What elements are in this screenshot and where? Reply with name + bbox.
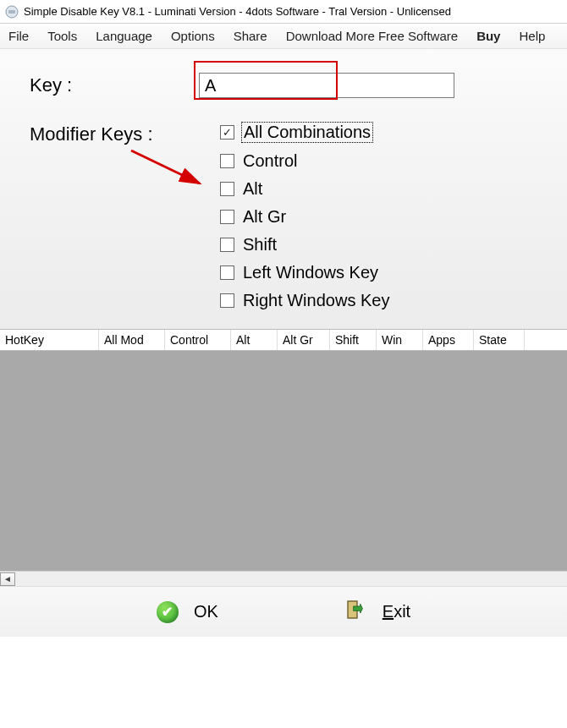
key-input[interactable] — [199, 73, 454, 98]
menu-item-share[interactable]: Share — [234, 29, 267, 43]
menu-item-help[interactable]: Help — [519, 29, 545, 43]
modifier-check-alt-gr[interactable]: Alt Gr — [220, 207, 391, 227]
checkbox-label: Alt — [241, 179, 264, 199]
checkbox-icon[interactable] — [220, 182, 234, 196]
key-label: Key : — [30, 74, 199, 96]
menu-item-download-more-free-software[interactable]: Download More Free Software — [286, 29, 458, 43]
column-header-control[interactable]: Control — [165, 330, 231, 350]
column-header-alt-gr[interactable]: Alt Gr — [278, 330, 330, 350]
checkbox-icon[interactable] — [220, 293, 234, 308]
checkbox-label: Shift — [241, 235, 278, 255]
app-icon — [5, 5, 19, 19]
modifier-checklist: All CombinationsControlAltAlt GrShiftLef… — [220, 122, 391, 310]
exit-button-label: Exit — [383, 602, 410, 621]
checkbox-label: Control — [241, 151, 299, 171]
checkbox-icon[interactable] — [220, 238, 234, 252]
checkbox-icon[interactable] — [220, 210, 234, 224]
scroll-left-button[interactable]: ◄ — [0, 572, 15, 586]
column-header-win[interactable]: Win — [377, 330, 423, 350]
modifier-check-shift[interactable]: Shift — [220, 235, 391, 255]
window-title: Simple Disable Key V8.1 - Luminati Versi… — [24, 5, 451, 18]
column-header-all-mod[interactable]: All Mod — [99, 330, 165, 350]
menu-item-file[interactable]: File — [8, 29, 29, 43]
titlebar: Simple Disable Key V8.1 - Luminati Versi… — [0, 0, 567, 24]
horizontal-scrollbar[interactable]: ◄ — [0, 571, 567, 586]
modifier-check-control[interactable]: Control — [220, 151, 391, 171]
menu-item-tools[interactable]: Tools — [47, 29, 77, 43]
checkbox-label: Left Windows Key — [241, 263, 380, 282]
exit-door-icon — [345, 599, 367, 625]
svg-rect-1 — [8, 10, 15, 14]
menu-item-options[interactable]: Options — [171, 29, 215, 43]
form-area: Key : Modifier Keys : All CombinationsCo… — [0, 49, 567, 329]
column-header-alt[interactable]: Alt — [231, 330, 278, 350]
grid-body[interactable] — [0, 351, 567, 571]
checkbox-icon[interactable] — [220, 265, 234, 280]
ok-button-label: OK — [194, 602, 218, 621]
ok-button[interactable]: ✔ OK — [140, 596, 235, 628]
menubar: FileToolsLanguageOptionsShareDownload Mo… — [0, 24, 567, 49]
modifier-check-left-windows-key[interactable]: Left Windows Key — [220, 263, 391, 282]
modifier-label: Modifier Keys : — [30, 122, 220, 145]
column-header-shift[interactable]: Shift — [330, 330, 377, 350]
checkbox-label: Alt Gr — [241, 207, 288, 227]
ok-check-icon: ✔ — [157, 601, 179, 623]
column-header-hotkey[interactable]: HotKey — [0, 330, 99, 350]
footer-toolbar: ✔ OK Exit — [0, 586, 567, 637]
column-header-state[interactable]: State — [474, 330, 525, 350]
modifier-check-alt[interactable]: Alt — [220, 179, 391, 199]
checkbox-icon[interactable] — [220, 125, 234, 140]
checkbox-label: Right Windows Key — [241, 291, 391, 310]
modifier-check-right-windows-key[interactable]: Right Windows Key — [220, 291, 391, 310]
menu-item-language[interactable]: Language — [96, 29, 152, 43]
exit-button[interactable]: Exit — [328, 594, 427, 630]
grid-header: HotKeyAll ModControlAltAlt GrShiftWinApp… — [0, 329, 567, 351]
column-header-apps[interactable]: Apps — [423, 330, 474, 350]
modifier-check-all-combinations[interactable]: All Combinations — [220, 122, 391, 143]
menu-item-buy[interactable]: Buy — [476, 29, 500, 43]
checkbox-label: All Combinations — [241, 122, 373, 143]
checkbox-icon[interactable] — [220, 154, 234, 168]
